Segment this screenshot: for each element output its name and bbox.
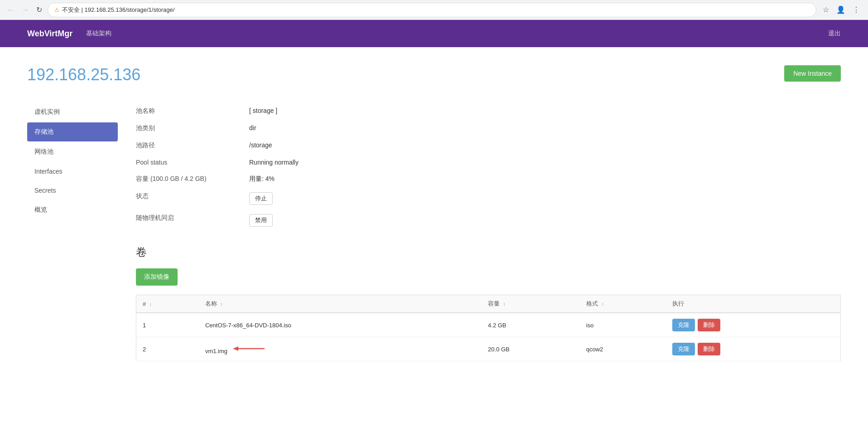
state-value: 停止 xyxy=(249,188,841,209)
nav-brand[interactable]: WebVirtMgr xyxy=(27,29,72,39)
cell-format: qcow2 xyxy=(580,337,666,361)
sidebar-item-secrets[interactable]: Secrets xyxy=(27,181,118,199)
browser-chrome: ← → ↻ ⚠ 不安全 | 192.168.25.136/storage/1/s… xyxy=(0,0,868,20)
cell-num: 1 xyxy=(136,313,199,337)
autostart-label: 随物理机同启 xyxy=(136,209,249,231)
capacity-value: 用量: 4% xyxy=(249,170,841,188)
pool-path-value: /storage xyxy=(249,137,841,154)
forward-button[interactable]: → xyxy=(20,4,31,16)
content-area: 池名称 [ storage ] 池类别 dir 池路径 /storage Poo… xyxy=(118,102,841,361)
clone-button[interactable]: 克隆 xyxy=(672,343,695,355)
sidebar-item-storage[interactable]: 存储池 xyxy=(27,122,118,141)
bookmark-button[interactable]: ☆ xyxy=(820,4,832,16)
pool-status-value: Running normally xyxy=(249,154,841,170)
pool-status-label: Pool status xyxy=(136,154,249,170)
add-image-button[interactable]: 添加镜像 xyxy=(136,268,178,286)
page-content: 192.168.25.136 New Instance 虚机实例 存储池 网络池… xyxy=(0,47,868,447)
sidebar: 虚机实例 存储池 网络池 Interfaces Secrets 概览 xyxy=(27,102,118,361)
volume-name: CentOS-7-x86_64-DVD-1804.iso xyxy=(205,322,291,329)
volume-name: vm1.img xyxy=(205,348,227,355)
sidebar-item-interfaces[interactable]: Interfaces xyxy=(27,162,118,180)
sidebar-item-overview[interactable]: 概览 xyxy=(27,200,118,219)
table-header-row: # ↕ 名称 ↕ 容量 ↕ 格式 ↕ xyxy=(136,295,841,313)
main-layout: 虚机实例 存储池 网络池 Interfaces Secrets 概览 池名称 xyxy=(27,102,841,361)
cell-name: vm1.img xyxy=(199,337,482,361)
state-label: 状态 xyxy=(136,188,249,209)
nav-infra-link[interactable]: 基础架构 xyxy=(86,29,111,38)
disable-button[interactable]: 禁用 xyxy=(249,214,273,227)
red-arrow-annotation xyxy=(233,344,269,355)
reload-button[interactable]: ↻ xyxy=(34,4,44,16)
cell-actions: 克隆删除 xyxy=(666,337,840,361)
clone-button[interactable]: 克隆 xyxy=(672,319,695,331)
autostart-value: 禁用 xyxy=(249,209,841,231)
cell-num: 2 xyxy=(136,337,199,361)
col-actions: 执行 xyxy=(666,295,840,313)
menu-button[interactable]: ⋮ xyxy=(850,4,863,16)
volumes-section-title: 卷 xyxy=(136,245,841,259)
cell-name: CentOS-7-x86_64-DVD-1804.iso xyxy=(199,313,482,337)
page-header: 192.168.25.136 New Instance xyxy=(27,65,841,84)
delete-button[interactable]: 删除 xyxy=(698,319,720,331)
nav-logout[interactable]: 退出 xyxy=(828,29,841,38)
new-instance-button[interactable]: New Instance xyxy=(784,65,841,82)
address-bar[interactable]: ⚠ 不安全 | 192.168.25.136/storage/1/storage… xyxy=(48,3,816,17)
table-row: 2vm1.img 20.0 GBqcow2克隆删除 xyxy=(136,337,841,361)
sort-arrows-name: ↕ xyxy=(221,301,223,306)
col-name[interactable]: 名称 ↕ xyxy=(199,295,482,313)
stop-button[interactable]: 停止 xyxy=(249,192,273,205)
sort-arrows-capacity: ↕ xyxy=(503,301,506,306)
top-nav: WebVirtMgr 基础架构 退出 xyxy=(0,20,868,47)
page-title: 192.168.25.136 xyxy=(27,65,140,84)
sidebar-item-network[interactable]: 网络池 xyxy=(27,142,118,161)
back-button[interactable]: ← xyxy=(5,4,16,16)
pool-type-value: dir xyxy=(249,120,841,137)
profile-button[interactable]: 👤 xyxy=(834,4,848,16)
sort-arrows-num: ↕ xyxy=(149,302,152,307)
delete-button[interactable]: 删除 xyxy=(698,343,720,355)
volumes-table: # ↕ 名称 ↕ 容量 ↕ 格式 ↕ xyxy=(136,295,841,361)
cell-format: iso xyxy=(580,313,666,337)
capacity-label: 容量 (100.0 GB / 4.2 GB) xyxy=(136,170,249,188)
security-icon: ⚠ xyxy=(54,7,59,13)
col-capacity[interactable]: 容量 ↕ xyxy=(482,295,580,313)
browser-actions: ☆ 👤 ⋮ xyxy=(820,4,863,16)
cell-capacity: 4.2 GB xyxy=(482,313,580,337)
cell-actions: 克隆删除 xyxy=(666,313,840,337)
storage-info-grid: 池名称 [ storage ] 池类别 dir 池路径 /storage Poo… xyxy=(136,102,841,231)
svg-marker-1 xyxy=(233,346,238,351)
col-format[interactable]: 格式 ↕ xyxy=(580,295,666,313)
pool-name-value: [ storage ] xyxy=(249,102,841,120)
pool-type-label: 池类别 xyxy=(136,120,249,137)
pool-name-label: 池名称 xyxy=(136,102,249,120)
sidebar-item-vms[interactable]: 虚机实例 xyxy=(27,102,118,121)
col-num[interactable]: # ↕ xyxy=(136,295,199,313)
cell-capacity: 20.0 GB xyxy=(482,337,580,361)
pool-path-label: 池路径 xyxy=(136,137,249,154)
sort-arrows-format: ↕ xyxy=(601,301,603,306)
table-row: 1CentOS-7-x86_64-DVD-1804.iso4.2 GBiso克隆… xyxy=(136,313,841,337)
url-text: 不安全 | 192.168.25.136/storage/1/storage/ xyxy=(62,6,174,14)
